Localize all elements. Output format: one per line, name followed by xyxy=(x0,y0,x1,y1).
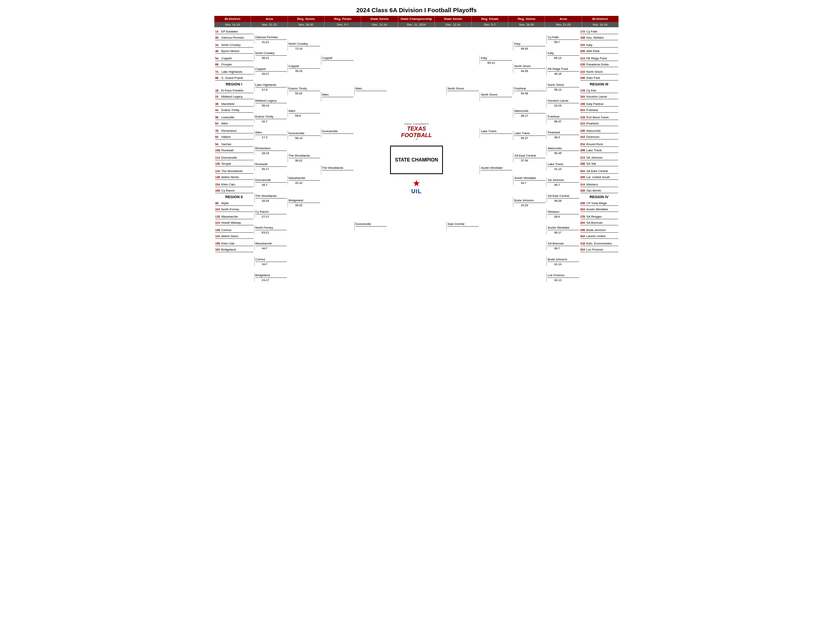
left-reg-semis-col: North Crowley 72-14 Coppell 38-10 Euless… xyxy=(287,28,321,288)
regsemis-fulshear: Fulshear 54-48 xyxy=(513,86,545,95)
area-richardson: Richardson 28-19 xyxy=(254,146,287,155)
area-weslaco: Weslaco 28-0 xyxy=(546,209,579,218)
matchup-18B: 18BHou. Bellaire xyxy=(580,35,619,40)
statesemis-right-eastcentral: East Central xyxy=(446,221,479,231)
matchup-29A: 29ASA East Central xyxy=(580,168,619,174)
area-odessa-permian: Odessa Permian 41-21 xyxy=(254,35,287,44)
matchup-25A: 25ARound Rock xyxy=(580,142,619,147)
area-bridgeland: Bridgeland 24-17 xyxy=(254,273,287,282)
col-header-6: State Semis xyxy=(435,16,471,22)
col-header-5: State Championship xyxy=(398,16,435,22)
regsemis-budajohnson: Buda Johnson 23-20 xyxy=(513,198,545,207)
matchup-15B: 15BKlein Oak xyxy=(215,241,253,246)
region1-label: REGION I xyxy=(214,81,254,87)
matchup-15A: 15AKlein Cain xyxy=(215,182,253,187)
area-fbridgepoint: FB Ridge Point 49-16 xyxy=(546,66,579,76)
regsemis-austinwestlake: Austin Westlake 24-7 xyxy=(513,175,545,185)
matchup-4A: 4AEuless Trinity xyxy=(215,107,253,113)
area-rockwall: Rockwall 50-17 xyxy=(254,162,287,171)
matchup-3A: 3ANorth Crowley xyxy=(215,42,253,48)
regsemis-coppell: Coppell 38-10 xyxy=(288,63,320,73)
matchup-4B: 4BByron Nelson xyxy=(215,48,253,54)
right-area-col: Cy Falls 59-7 Katy 65-13 FB Ridge Point … xyxy=(546,28,579,288)
matchup-22B: 22BPasadena Dobie xyxy=(580,62,619,67)
regfinals-duncanville: Duncanville xyxy=(321,129,353,138)
matchup-14B: 14BAldine Nimitz xyxy=(215,175,253,180)
col-header-3: Reg. Finals xyxy=(325,16,361,22)
matchup-32A: 32ALos Fresnos xyxy=(580,247,619,252)
texas-football-logo: TEXASFOOTBALL xyxy=(401,126,432,138)
regfinals-austinwestlake: Austin Westlake xyxy=(480,165,512,175)
area-northshore: North Shore 56-13 xyxy=(546,82,579,92)
left-reg-finals-col: Coppell Allen Duncanville The Woodlands xyxy=(321,28,354,288)
area-saeastcentral: SA East Central 49-28 xyxy=(546,193,579,203)
col-header-2: Reg. Semis xyxy=(288,16,325,22)
statesemis-right-northshore: North Shore xyxy=(446,86,479,95)
tf-tagline: ™ xyxy=(401,138,432,141)
area-cy-ranch: Cy Ranch 27-17 xyxy=(254,209,287,218)
area-coppell: Coppell 35-27 xyxy=(254,66,287,76)
regsemis-allen: Allen 59-6 xyxy=(288,108,320,118)
matchup-8A: 8AHaltom xyxy=(215,134,253,140)
regfinals-katy: Katy 65-13 xyxy=(480,55,512,65)
regsemis-the-woodlands: The Woodlands 38-21 xyxy=(288,153,320,162)
area-fulshear: Fulshear 66-47 xyxy=(546,114,579,123)
col-header-7: Reg. Finals xyxy=(472,16,508,22)
region4-label: REGION IV xyxy=(580,194,619,200)
area-katy: Katy 65-13 xyxy=(546,50,579,60)
matchup-19B: 19BKaty Paetow xyxy=(580,101,619,107)
matchup-17B: 17BCy-Fair xyxy=(580,88,619,93)
matchup-24B: 24BDeer Park xyxy=(580,75,619,81)
matchup-29B: 29BBuda Johnson xyxy=(580,227,619,233)
regfinals-the-woodlands: The Woodlands xyxy=(321,165,353,175)
date-2: Nov. 28-30 xyxy=(288,22,325,27)
page-title: 2024 Class 6A Division I Football Playof… xyxy=(214,7,619,13)
left-bi-district-col: 1AEP Eastlake 2BOdessa Permian 3ANorth C… xyxy=(214,28,254,288)
date-5: Dec. 21, 2024 xyxy=(398,22,435,27)
page-wrapper: 2024 Class 6A Division I Football Playof… xyxy=(212,7,621,288)
regsemis-katy: Katy 49-20 xyxy=(513,41,545,50)
area-atascocita: Atascocita 50-45 xyxy=(546,146,579,155)
matchup-12B: 12BTemple xyxy=(215,161,253,166)
matchup-28B: 28BSA Taft xyxy=(580,161,619,166)
area-pearland: Pearland 38-0 xyxy=(546,130,579,139)
regfinals-allen: Allen xyxy=(321,92,353,101)
area-north-forney: North Forney 63-21 xyxy=(254,225,287,234)
regsemis-euless-trinity: Euless Trinity 52-22 xyxy=(288,86,320,95)
area-conroe: Conroe 34-7 xyxy=(254,257,287,266)
matchup-32B: 32BSan Benito xyxy=(580,188,619,193)
matchup-12A: 12AHewitt Midway xyxy=(215,220,253,225)
center-col: Dave Campbell's TEXASFOOTBALL ™ STATE CH… xyxy=(387,28,446,288)
matchup-22A: 22APearland xyxy=(580,121,619,126)
matchup-17A: 17ACy Falls xyxy=(580,29,619,34)
area-midland-legacy: Midland Legacy 56-14 xyxy=(254,98,287,107)
regfinals-coppell: Coppell xyxy=(321,55,353,65)
matchup-25B: 25BCP Vista Ridge xyxy=(580,201,619,206)
matchup-23A: 23ANorth Shore xyxy=(580,69,619,74)
area-north-crowley: North Crowley 56-21 xyxy=(254,50,287,60)
regsemis-laketravis: Lake Travis 55-27 xyxy=(513,131,545,140)
area-sajohnson: SA Johnson 49-7 xyxy=(546,177,579,187)
area-laketravis: Lake Travis 41-14 xyxy=(546,162,579,171)
col-header-1: Area xyxy=(251,16,288,22)
area-the-woodlands: The Woodlands 42-20 xyxy=(254,193,287,203)
col-header-10: Bi-District xyxy=(582,16,619,22)
matchup-2A: 2AMidland Legacy xyxy=(215,94,253,99)
matchup-16A: 16ABridgeland xyxy=(215,247,253,252)
matchup-6B: 6BProsper xyxy=(215,62,253,67)
uil-logo: ★ UIL xyxy=(411,179,422,194)
regsemis-waxahachie: Waxahachie 32-12 xyxy=(288,175,320,185)
regsemis-duncanville: Duncanville 56-14 xyxy=(288,131,320,140)
area-sabrennan: SA Brennan 28-7 xyxy=(546,241,579,250)
uil-text: UIL xyxy=(411,188,422,194)
matchup-30B: 30BLar. United South xyxy=(580,175,619,180)
area-cyfalls: Cy Falls 59-7 xyxy=(546,35,579,44)
left-area-col: Odessa Permian 41-21 North Crowley 56-21… xyxy=(254,28,287,288)
regsemis-atascocita: Atascocita 28-17 xyxy=(513,108,545,118)
area-losfresnos: Los Fresnos 42-13 xyxy=(546,273,579,282)
state-champion-box: STATE CHAMPION xyxy=(390,146,443,174)
matchup-23B: 23BAtascocita xyxy=(580,128,619,133)
date-0: Nov. 14-16 xyxy=(214,22,251,27)
matchup-13B: 13BConroe xyxy=(215,227,253,233)
matchup-2B: 2BOdessa Permian xyxy=(215,35,253,40)
